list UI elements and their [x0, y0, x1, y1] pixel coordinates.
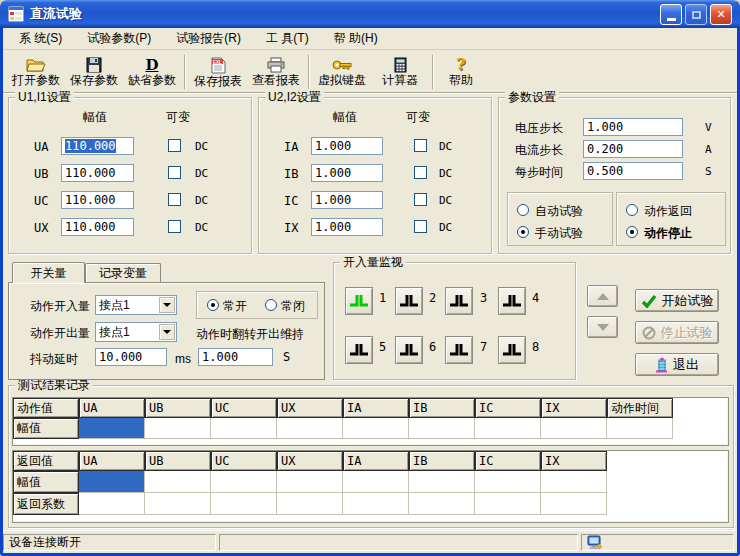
combo-dropdown-button[interactable] — [159, 324, 175, 340]
view-report-button[interactable]: 查看报表 — [247, 53, 305, 91]
table-cell[interactable] — [79, 493, 145, 515]
table-cell[interactable] — [541, 471, 607, 493]
params-group-title: 参数设置 — [505, 90, 559, 104]
normally-closed-radio[interactable] — [265, 299, 277, 311]
table-cell[interactable] — [211, 418, 277, 439]
normally-open-radio[interactable] — [207, 299, 219, 311]
minimize-button[interactable] — [660, 4, 682, 25]
table-cell-selected[interactable] — [79, 418, 145, 439]
table-corner-header: 动作值 — [13, 398, 79, 418]
maximize-button[interactable] — [685, 4, 707, 25]
ua-amplitude-field[interactable]: 110.000 — [61, 137, 134, 155]
table-cell[interactable] — [541, 493, 607, 515]
help-button[interactable]: ? 帮助 — [437, 53, 485, 91]
table-cell[interactable] — [409, 418, 475, 439]
table-cell[interactable] — [607, 418, 673, 439]
table-cell[interactable] — [475, 493, 541, 515]
ux-amplitude-field[interactable] — [61, 218, 134, 236]
table-cell-selected[interactable] — [79, 471, 145, 493]
app-window: 直流试验 ✕ 系 统(S) 试验参数(P) 试验报告(R) 工 具(T) 帮 助… — [0, 0, 740, 556]
contact-icon — [449, 293, 469, 309]
open-params-button[interactable]: 打开参数 — [7, 53, 65, 91]
contact-button-2[interactable] — [395, 287, 423, 315]
step-time-field[interactable] — [583, 162, 683, 180]
close-button[interactable]: ✕ — [710, 4, 732, 25]
menu-system[interactable]: 系 统(S) — [10, 27, 71, 50]
step-up-button[interactable] — [587, 285, 618, 307]
table-cell[interactable] — [145, 418, 211, 439]
action-output-value: 接点1 — [96, 324, 159, 341]
contact-button-3[interactable] — [445, 287, 473, 315]
table-cell[interactable] — [343, 493, 409, 515]
ub-amplitude-field[interactable] — [61, 164, 134, 182]
table-cell[interactable] — [145, 471, 211, 493]
ux-dc-checkbox[interactable] — [168, 220, 181, 233]
contact-button-7[interactable] — [445, 336, 473, 364]
action-stop-radio[interactable] — [626, 226, 638, 238]
table-cell[interactable] — [541, 418, 607, 439]
tab-record-variable[interactable]: 记录变量 — [85, 263, 161, 283]
action-return-radio[interactable] — [626, 204, 638, 216]
table-cell[interactable] — [277, 493, 343, 515]
combo-dropdown-button[interactable] — [159, 297, 175, 313]
ix-amplitude-field[interactable] — [311, 218, 383, 236]
menu-test-report[interactable]: 试验报告(R) — [167, 27, 250, 50]
ub-dc-checkbox[interactable] — [168, 166, 181, 179]
ib-dc-checkbox[interactable] — [414, 166, 427, 179]
u2i2-groupbox: U2,I2设置 幅值 可变 IA DC IB DC IC DC IX DC — [258, 97, 492, 254]
menu-test-params[interactable]: 试验参数(P) — [78, 27, 160, 50]
ib-amplitude-field[interactable] — [311, 164, 383, 182]
ia-dc-checkbox[interactable] — [414, 139, 427, 152]
uc-dc-checkbox[interactable] — [168, 193, 181, 206]
voltage-step-field[interactable] — [583, 118, 683, 136]
uc-amplitude-field[interactable] — [61, 191, 134, 209]
current-step-field[interactable] — [583, 140, 683, 158]
calculator-button[interactable]: 计算器 — [371, 53, 429, 91]
table-cell[interactable] — [409, 493, 475, 515]
table-cell[interactable] — [475, 471, 541, 493]
table-cell[interactable] — [145, 493, 211, 515]
default-params-button[interactable]: D 缺省参数 — [123, 53, 181, 91]
question-mark-icon: ? — [456, 57, 465, 73]
table-cell[interactable] — [343, 471, 409, 493]
uc-label: UC — [34, 194, 48, 208]
menu-help[interactable]: 帮 助(H) — [325, 27, 387, 50]
manual-test-radio[interactable] — [517, 226, 529, 238]
ic-dc-checkbox[interactable] — [414, 193, 427, 206]
toolbar-label: 计算器 — [382, 74, 418, 86]
tab-switch-quantity[interactable]: 开关量 — [12, 262, 85, 283]
stop-test-button[interactable]: 停止试验 — [635, 321, 719, 344]
action-output-combo[interactable]: 接点1 — [95, 322, 177, 342]
ic-amplitude-field[interactable] — [311, 191, 383, 209]
save-params-button[interactable]: 保存参数 — [65, 53, 123, 91]
table-cell[interactable] — [277, 471, 343, 493]
titlebar[interactable]: 直流试验 ✕ — [0, 0, 740, 28]
table-cell[interactable] — [475, 418, 541, 439]
start-test-button[interactable]: 开始试验 — [635, 289, 719, 312]
table-cell[interactable] — [277, 418, 343, 439]
ua-dc-checkbox[interactable] — [168, 139, 181, 152]
save-report-button[interactable]: EXL 保存报表 — [189, 53, 247, 91]
action-input-combo[interactable]: 接点1 — [95, 295, 177, 315]
debounce-delay-field[interactable] — [95, 348, 167, 366]
table-cell[interactable] — [211, 471, 277, 493]
action-input-label: 动作开入量 — [30, 299, 90, 313]
hold-time-field[interactable] — [198, 348, 273, 366]
contact-button-5[interactable] — [345, 336, 373, 364]
debounce-delay-label: 抖动延时 — [30, 352, 78, 366]
ia-amplitude-field[interactable] — [311, 137, 383, 155]
table-cell[interactable] — [211, 493, 277, 515]
ix-dc-checkbox[interactable] — [414, 220, 427, 233]
contact-button-6[interactable] — [395, 336, 423, 364]
virtual-keyboard-button[interactable]: 虚拟键盘 — [313, 53, 371, 91]
table-cell[interactable] — [343, 418, 409, 439]
table-cell[interactable] — [409, 471, 475, 493]
contact-button-8[interactable] — [498, 336, 526, 364]
contact-button-1[interactable] — [345, 287, 373, 315]
u2i2-group-title: U2,I2设置 — [265, 90, 324, 104]
auto-test-radio[interactable] — [517, 204, 529, 216]
exit-button[interactable]: 退出 — [635, 353, 719, 376]
contact-button-4[interactable] — [498, 287, 526, 315]
step-down-button[interactable] — [587, 316, 618, 338]
menu-tools[interactable]: 工 具(T) — [257, 27, 318, 50]
